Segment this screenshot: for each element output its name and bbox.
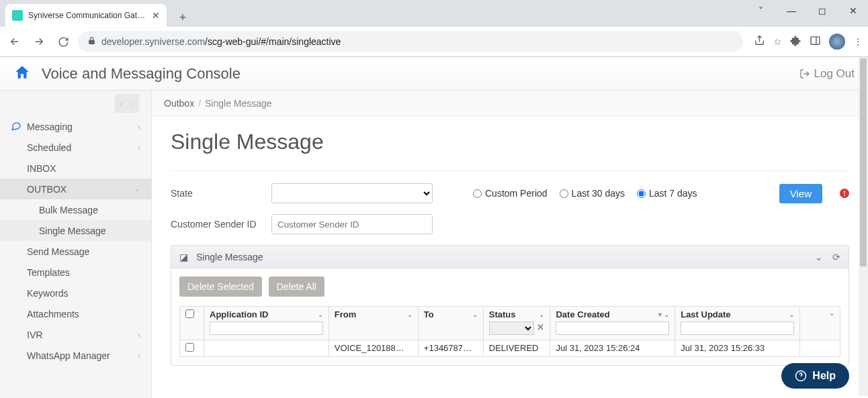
reload-button[interactable] <box>54 32 73 51</box>
panel-chevron-icon[interactable]: ⌄ <box>815 252 823 262</box>
sidepanel-icon[interactable] <box>810 35 821 48</box>
sidebar-item-inbox[interactable]: INBOX <box>0 158 151 179</box>
app-title: Voice and Messaging Console <box>42 65 241 83</box>
cell-from: VOICE_120188… <box>329 340 418 357</box>
chevron-left-icon: ‹ <box>138 144 140 152</box>
app-header: Voice and Messaging Console Log Out <box>0 57 868 91</box>
cell-last-update: Jul 31, 2023 15:26:33 <box>675 340 800 357</box>
browser-chrome: ˅ — ◻ ✕ Syniverse Communication Gatew ✕ … <box>0 0 868 57</box>
window-close-icon[interactable]: ✕ <box>844 5 863 16</box>
back-button[interactable] <box>5 32 24 51</box>
lock-icon <box>87 36 96 47</box>
filter-application-id[interactable] <box>210 321 323 335</box>
select-all-checkbox[interactable] <box>185 309 194 318</box>
sidebar-item-attachments[interactable]: Attachments <box>0 303 151 324</box>
sidebar-item-send-message[interactable]: Send Message <box>0 241 151 262</box>
help-button[interactable]: Help <box>781 363 849 389</box>
col-to: To⌄ <box>418 307 483 340</box>
window-maximize-icon[interactable]: ◻ <box>813 5 832 16</box>
window-minimize-icon[interactable]: — <box>782 5 801 16</box>
chevron-left-icon: ‹ <box>138 331 140 339</box>
state-label: State <box>171 188 258 199</box>
profile-avatar[interactable] <box>829 34 845 50</box>
sort-icon[interactable]: ⌄ <box>539 311 544 318</box>
period-30-radio[interactable]: Last 30 days <box>560 188 625 199</box>
sort-desc-icon[interactable]: ▾ ⌄ <box>658 311 669 318</box>
sort-icon[interactable]: ⌄ <box>829 309 834 317</box>
col-date-created: Date Created▾ ⌄ <box>550 307 675 340</box>
sidebar-item-single-message[interactable]: Single Message <box>0 220 151 241</box>
sort-icon[interactable]: ⌄ <box>318 311 323 318</box>
results-panel: ◪ Single Message ⌄ ⟳ Delete Selected Del… <box>171 245 849 366</box>
sender-id-label: Customer Sender ID <box>171 219 258 230</box>
tab-close-icon[interactable]: ✕ <box>152 10 160 21</box>
period-custom-radio[interactable]: Custom Period <box>473 188 548 199</box>
breadcrumb-parent[interactable]: Outbox <box>164 98 194 109</box>
delete-all-button[interactable]: Delete All <box>269 277 324 297</box>
table-row[interactable]: VOICE_120188… +1346787… DELIVERED Jul 31… <box>180 340 840 357</box>
clear-filter-icon[interactable]: ✕ <box>537 322 544 332</box>
breadcrumb-current: Single Message <box>205 98 272 109</box>
extensions-icon[interactable] <box>790 35 801 48</box>
sender-id-input[interactable] <box>271 214 433 234</box>
forward-button[interactable] <box>30 32 48 51</box>
logout-button[interactable]: Log Out <box>799 67 855 81</box>
sidebar-nav-arrows: ‹ › <box>115 94 139 113</box>
help-label: Help <box>812 370 836 382</box>
view-button[interactable]: View <box>779 184 822 203</box>
logout-label: Log Out <box>814 67 855 81</box>
sidebar-item-whatsapp-manager[interactable]: WhatsApp Manager‹ <box>0 345 151 366</box>
sidebar-item-keywords[interactable]: Keywords <box>0 283 151 303</box>
sort-icon[interactable]: ⌄ <box>472 311 478 318</box>
messages-table: Application ID⌄ From⌄ To⌄ <box>179 306 840 357</box>
filter-date-created[interactable] <box>556 321 669 335</box>
sidebar-item-templates[interactable]: Templates <box>0 262 151 283</box>
sidebar-section-messaging[interactable]: Messaging ‹ <box>0 116 151 137</box>
breadcrumb: Outbox / Single Message <box>152 91 868 116</box>
sidebar-item-ivr[interactable]: IVR‹ <box>0 324 151 345</box>
sort-icon[interactable]: ⌄ <box>407 311 413 318</box>
sidebar-section-label: Messaging <box>27 121 73 132</box>
state-select[interactable] <box>271 183 433 203</box>
browser-tab[interactable]: Syniverse Communication Gatew ✕ <box>5 4 167 27</box>
chevron-left-icon: ‹ <box>138 352 140 360</box>
chevron-down-icon: ⌄ <box>134 185 140 193</box>
page-scrollbar[interactable] <box>859 57 868 396</box>
chevron-left-icon: ‹ <box>138 123 140 131</box>
delete-selected-button[interactable]: Delete Selected <box>179 277 262 297</box>
sidebar-prev-icon[interactable]: ‹ <box>115 94 127 113</box>
address-bar[interactable]: developer.syniverse.com/scg-web-gui/#/ma… <box>78 31 743 52</box>
period-7-radio[interactable]: Last 7 days <box>637 188 697 199</box>
panel-refresh-icon[interactable]: ⟳ <box>832 252 840 262</box>
col-last-update: Last Update⌄ <box>675 307 800 340</box>
menu-dots-icon[interactable]: ⋮ <box>853 36 863 47</box>
svg-rect-0 <box>811 37 820 44</box>
sidebar-next-icon[interactable]: › <box>127 94 139 113</box>
window-dropdown-icon[interactable]: ˅ <box>751 5 770 16</box>
sidebar-item-bulk-message[interactable]: Bulk Message <box>0 199 151 220</box>
tab-title: Syniverse Communication Gatew <box>28 11 146 20</box>
home-icon[interactable] <box>13 64 31 83</box>
cell-date-created: Jul 31, 2023 15:26:24 <box>550 340 675 357</box>
row-checkbox[interactable] <box>185 343 194 352</box>
sidebar-item-outbox[interactable]: OUTBOX⌄ <box>0 179 151 199</box>
alert-icon[interactable]: ! <box>840 189 849 198</box>
url-text: developer.syniverse.com/scg-web-gui/#/ma… <box>101 36 341 47</box>
sidebar: ‹ › Messaging ‹ Scheduled‹ INBOX OUTBOX⌄… <box>0 91 152 398</box>
filter-status-select[interactable] <box>489 321 535 335</box>
col-status: Status⌄ ✕ <box>483 307 550 340</box>
page-title: Single Message <box>171 130 849 154</box>
sidebar-item-scheduled[interactable]: Scheduled‹ <box>0 137 151 158</box>
filter-last-update[interactable] <box>681 321 794 335</box>
panel-collapse-icon[interactable]: ◪ <box>179 252 188 262</box>
sort-icon[interactable]: ⌄ <box>789 311 794 318</box>
share-icon[interactable] <box>754 35 765 48</box>
favicon-icon <box>12 10 23 21</box>
cell-to: +1346787… <box>418 340 483 357</box>
new-tab-button[interactable]: + <box>173 8 192 27</box>
col-from: From⌄ <box>329 307 418 340</box>
bookmark-star-icon[interactable]: ☆ <box>773 36 782 47</box>
window-controls: ˅ — ◻ ✕ <box>751 5 863 16</box>
col-application-id: Application ID⌄ <box>204 307 329 340</box>
panel-title: Single Message <box>196 252 263 262</box>
